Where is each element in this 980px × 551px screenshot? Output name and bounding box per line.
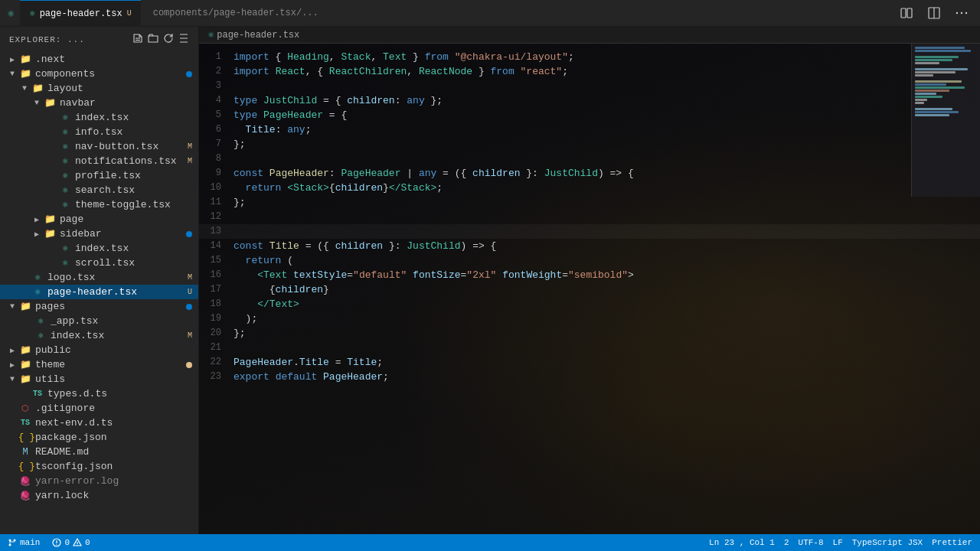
code-line-3: 3	[199, 79, 980, 93]
refresh-icon[interactable]	[163, 33, 174, 46]
label-next: .next	[35, 54, 198, 65]
token-plain: ,	[329, 51, 341, 63]
status-ln-col[interactable]: Ln 23 , Col 1	[709, 538, 775, 547]
tree-item-logo-tsx[interactable]: ⚛ logo.tsx M	[0, 270, 198, 285]
tree-item-tsconfig-json[interactable]: { } tsconfig.json	[0, 459, 198, 474]
tree-item-theme-toggle-tsx[interactable]: ⚛ theme-toggle.tsx	[0, 197, 198, 212]
status-errors[interactable]: 0 0	[52, 538, 90, 547]
line-content	[234, 210, 968, 224]
tree-item-nav-button-tsx[interactable]: ⚛ nav-button.tsx M	[0, 139, 198, 154]
sidebar: EXPLORER: ... ▶	[0, 27, 199, 534]
tree-item-notifications-tsx[interactable]: ⚛ notifications.tsx M	[0, 154, 198, 168]
label-pages: pages	[35, 301, 186, 312]
tree-item-package-json[interactable]: { } package.json	[0, 430, 198, 445]
line-number: 3	[199, 79, 234, 93]
code-editor[interactable]: 1import { Heading, Stack, Text } from "@…	[199, 44, 980, 534]
tree-item-layout[interactable]: ▼ 📁 layout	[0, 81, 198, 96]
tree-item-search-tsx[interactable]: ⚛ search.tsx	[0, 183, 198, 197]
tree-item-types-d-ts[interactable]: TS types.d.ts	[0, 386, 198, 401]
label-logo-tsx: logo.tsx	[47, 272, 188, 283]
tree-item-info-tsx[interactable]: ⚛ info.tsx	[0, 125, 198, 139]
warning-icon	[73, 538, 82, 547]
token-plain	[270, 371, 276, 383]
token-plain: {	[329, 182, 335, 194]
new-file-icon[interactable]	[132, 33, 143, 46]
line-number: 21	[199, 341, 234, 355]
tree-item-index-tsx-2[interactable]: ⚛ index.tsx	[0, 241, 198, 256]
tree-item-index-tsx-3[interactable]: ⚛ index.tsx M	[0, 328, 198, 343]
line-number: 1	[199, 50, 234, 64]
token-jsx-tag: </Text>	[257, 298, 299, 310]
editor-area[interactable]: ⚛ page-header.tsx 1import { Heading, Sta…	[199, 27, 980, 534]
token-str: "react"	[521, 66, 563, 77]
tree-item-yarn-error-log[interactable]: 🧶 yarn-error.log	[0, 474, 198, 488]
tree-item-index-tsx-1[interactable]: ⚛ index.tsx	[0, 110, 198, 125]
tree-item-pages[interactable]: ▼ 📁 pages	[0, 299, 198, 314]
tree-item-next[interactable]: ▶ 📁 .next	[0, 52, 198, 67]
tree-item-gitignore[interactable]: ⬡ .gitignore	[0, 401, 198, 416]
status-eol[interactable]: LF	[833, 538, 843, 547]
token-plain: ,	[371, 51, 383, 63]
tree-item-yarn-lock[interactable]: 🧶 yarn.lock	[0, 488, 198, 503]
badge-components	[186, 71, 192, 77]
label-yarn-error-log: yarn-error.log	[35, 475, 198, 487]
arrow-pages: ▼	[6, 302, 18, 311]
line-number: 9	[199, 166, 234, 181]
tree-item-next-env-d-ts[interactable]: TS next-env.d.ts	[0, 416, 198, 430]
status-language[interactable]: TypeScript JSX	[852, 538, 923, 547]
code-line-21: 21	[199, 341, 980, 355]
code-line-6: 6 Title: any;	[199, 122, 980, 137]
status-encoding[interactable]: UTF-8	[799, 538, 824, 547]
line-number: 8	[199, 152, 234, 166]
tree-item-scroll-tsx[interactable]: ⚛ scroll.tsx	[0, 256, 198, 270]
tree-item-profile-tsx[interactable]: ⚛ profile.tsx	[0, 168, 198, 183]
line-content: </Text>	[234, 297, 968, 311]
arrow-next: ▶	[6, 55, 18, 64]
folder-icon-utils: 📁	[18, 373, 32, 385]
collapse-all-icon[interactable]	[178, 33, 189, 46]
arrow-sidebar-folder: ▶	[31, 230, 43, 239]
token-plain	[514, 66, 521, 77]
token-plain: }:	[521, 168, 544, 179]
tree-item-app-tsx[interactable]: ⚛ _app.tsx	[0, 314, 198, 328]
tree-item-utils[interactable]: ▼ 📁 utils	[0, 372, 198, 386]
line-content: Title: any;	[234, 122, 968, 137]
token-plain	[407, 269, 413, 281]
token-plain: )	[598, 168, 610, 179]
token-fn: Title	[270, 240, 299, 252]
status-branch[interactable]: main	[8, 538, 40, 547]
code-line-22: 22PageHeader.Title = Title;	[199, 355, 980, 370]
label-page-header-tsx: page-header.tsx	[47, 286, 188, 298]
tree-item-public[interactable]: ▶ 📁 public	[0, 343, 198, 357]
tree-item-page[interactable]: ▶ 📁 page	[0, 212, 198, 227]
token-attr-val: "default"	[353, 269, 407, 281]
tree-item-sidebar-folder[interactable]: ▶ 📁 sidebar	[0, 227, 198, 241]
layout-button[interactable]	[923, 2, 945, 24]
label-package-json: package.json	[35, 432, 198, 443]
status-prettier[interactable]: Prettier	[932, 538, 972, 547]
token-plain: =	[347, 269, 353, 281]
token-plain: }	[323, 284, 329, 295]
tree-item-page-header-tsx[interactable]: ⚛ page-header.tsx U	[0, 285, 198, 299]
split-editor-button[interactable]	[896, 2, 917, 24]
tree-item-theme-folder[interactable]: ▶ 📁 theme	[0, 357, 198, 372]
folder-icon-theme: 📁	[18, 359, 32, 370]
badge-notifications: M	[188, 157, 198, 165]
token-type: JustChild	[544, 168, 598, 179]
token-plain: ;	[562, 66, 568, 77]
status-spaces[interactable]: 2	[784, 538, 789, 547]
active-tab[interactable]: ⚛ page-header.tsx U	[20, 0, 140, 27]
code-line-7: 7};	[199, 137, 980, 152]
more-button[interactable]	[951, 2, 972, 24]
token-attr: fontWeight	[502, 269, 562, 281]
label-nav-button-tsx: nav-button.tsx	[75, 141, 188, 152]
token-kw: import	[234, 66, 270, 77]
tree-item-components[interactable]: ▼ 📁 components	[0, 67, 198, 81]
tab-filename: page-header.tsx	[40, 8, 122, 19]
breadcrumb-filename: page-header.tsx	[217, 30, 299, 41]
tree-item-navbar[interactable]: ▼ 📁 navbar	[0, 96, 198, 110]
line-number: 14	[199, 239, 234, 253]
tree-item-readme-md[interactable]: M README.md	[0, 445, 198, 459]
new-folder-icon[interactable]	[148, 33, 158, 46]
line-number: 18	[199, 297, 234, 311]
